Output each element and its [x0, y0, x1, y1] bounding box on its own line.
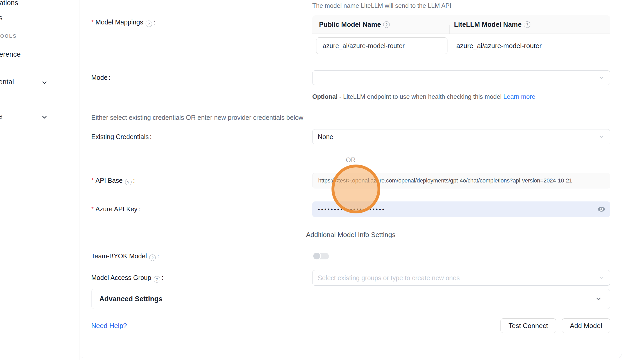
team-byok-label: Team-BYOK Model?: — [91, 252, 312, 261]
existing-credentials-value: None — [318, 133, 333, 141]
sidebar-item-fragment[interactable]: ations — [0, 0, 18, 7]
existing-credentials-select[interactable]: None — [312, 129, 610, 144]
divider-line — [91, 160, 339, 160]
divider-line — [91, 235, 300, 235]
eye-icon[interactable] — [597, 205, 606, 213]
credentials-note: Either select existing credentials OR en… — [91, 114, 610, 121]
toggle-knob — [312, 252, 321, 260]
divider-line — [362, 160, 610, 160]
api-base-label: *API Base?: — [91, 173, 312, 185]
sidebar: ations s TOOLS erence ental s — [0, 0, 80, 360]
mode-row: Mode: Optional - LiteLLM endpoint to use… — [91, 70, 610, 102]
help-icon[interactable]: ? — [149, 254, 156, 261]
sidebar-item-fragment[interactable]: s — [0, 112, 3, 120]
model-mappings-label: *Model Mappings?: — [91, 15, 312, 27]
or-divider: OR — [91, 153, 610, 166]
model-mappings-table: Public Model Name? LiteLLM Model Name? a… — [312, 15, 610, 58]
litellm-model-name-value: azure_ai/azure-model-router — [449, 42, 610, 50]
model-name-helper: The model name LiteLLM will send to the … — [312, 2, 610, 10]
sidebar-item-fragment[interactable]: erence — [0, 50, 21, 58]
help-icon[interactable]: ? — [383, 21, 390, 28]
help-icon[interactable]: ? — [154, 276, 160, 283]
learn-more-link[interactable]: Learn more — [503, 93, 535, 100]
chevron-down-icon — [41, 114, 48, 121]
info-settings-divider-text: Additional Model Info Settings — [300, 231, 402, 239]
api-base-row: *API Base?: https://<test>.openai.azure.… — [91, 173, 610, 188]
public-model-name-input[interactable]: azure_ai/azure-model-router — [316, 37, 447, 54]
advanced-settings-panel[interactable]: Advanced Settings — [91, 289, 610, 309]
team-byok-toggle[interactable] — [312, 252, 329, 260]
litellm-model-name-header: LiteLLM Model Name? — [449, 21, 610, 29]
advanced-settings-label: Advanced Settings — [99, 295, 162, 303]
required-marker: * — [91, 19, 94, 26]
required-marker: * — [91, 177, 94, 184]
sidebar-item-fragment[interactable]: s — [0, 14, 3, 22]
need-help-link[interactable]: Need Help? — [91, 322, 127, 330]
model-access-group-select[interactable]: Select existing groups or type to create… — [312, 270, 610, 286]
model-mappings-row: *Model Mappings?: Public Model Name? Lit… — [91, 15, 610, 58]
help-icon[interactable]: ? — [524, 21, 530, 28]
existing-credentials-label: Existing Credentials: — [91, 129, 312, 141]
mode-select[interactable] — [312, 70, 610, 85]
api-base-input[interactable]: https://<test>.openai.azure.com/openai/d… — [312, 173, 610, 188]
chevron-down-icon — [599, 75, 605, 81]
model-access-group-label: Model Access Group?: — [91, 270, 312, 283]
sidebar-section-tools: TOOLS — [0, 33, 17, 39]
info-settings-divider: Additional Model Info Settings — [91, 228, 610, 241]
model-access-group-placeholder: Select existing groups or type to create… — [318, 274, 460, 282]
mode-helper-text: Optional - LiteLLM endpoint to use when … — [312, 92, 541, 102]
public-model-name-header: Public Model Name? — [312, 21, 449, 29]
azure-api-key-label: *Azure API Key: — [91, 201, 312, 213]
azure-api-key-input[interactable]: ••••••••••••••••••••• — [312, 201, 610, 217]
help-icon[interactable]: ? — [146, 21, 152, 27]
divider-line — [402, 235, 610, 235]
team-byok-row: Team-BYOK Model?: — [91, 252, 610, 261]
required-marker: * — [91, 206, 94, 213]
chevron-down-icon — [599, 134, 605, 140]
chevron-down-icon — [599, 275, 605, 281]
model-access-group-row: Model Access Group?: Select existing gro… — [91, 270, 610, 286]
form-footer: Need Help? Test Connect Add Model — [91, 318, 610, 333]
add-model-card: The model name LiteLLM will send to the … — [80, 0, 622, 358]
chevron-down-icon — [41, 79, 48, 86]
table-row: azure_ai/azure-model-router azure_ai/azu… — [312, 34, 610, 58]
existing-credentials-row: Existing Credentials: None — [91, 129, 610, 144]
sidebar-item-fragment[interactable]: ental — [0, 78, 14, 86]
masked-api-key: ••••••••••••••••••••• — [318, 206, 385, 212]
add-model-page: ations s TOOLS erence ental s The model … — [0, 0, 644, 360]
column-separator — [449, 25, 450, 34]
table-header-row: Public Model Name? LiteLLM Model Name? — [312, 15, 610, 34]
mode-label: Mode: — [91, 70, 312, 81]
add-model-button[interactable]: Add Model — [562, 318, 610, 333]
azure-api-key-row: *Azure API Key: ••••••••••••••••••••• — [91, 201, 610, 217]
help-icon[interactable]: ? — [125, 179, 132, 185]
test-connect-button[interactable]: Test Connect — [500, 318, 556, 333]
or-divider-text: OR — [339, 156, 362, 164]
chevron-down-icon — [595, 295, 602, 303]
